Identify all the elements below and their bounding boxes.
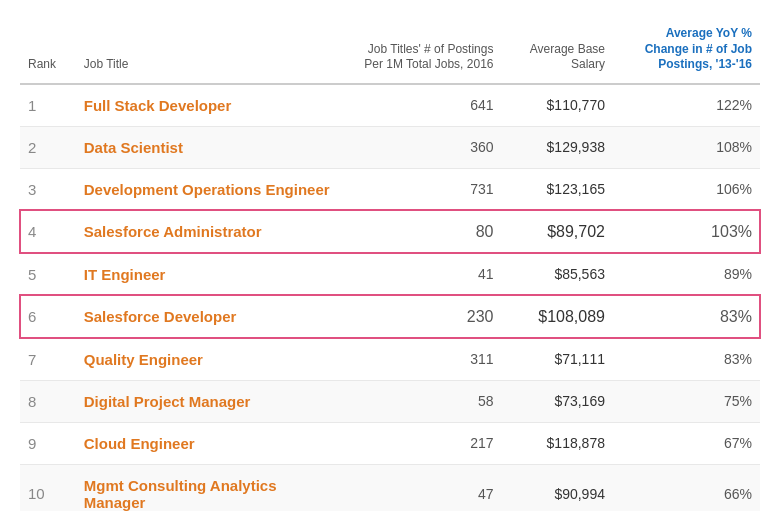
cell-job-title: Cloud Engineer [76,422,340,464]
cell-postings: 230 [339,295,501,338]
cell-rank: 9 [20,422,76,464]
cell-yoy: 83% [613,338,760,380]
cell-salary: $118,878 [501,422,613,464]
cell-job-title: IT Engineer [76,253,340,295]
cell-rank: 1 [20,84,76,127]
cell-yoy: 83% [613,295,760,338]
cell-rank: 10 [20,464,76,511]
cell-yoy: 75% [613,380,760,422]
cell-postings: 47 [339,464,501,511]
cell-job-title: Mgmt Consulting Analytics Manager [76,464,340,511]
table-row: 8Digital Project Manager58$73,16975% [20,380,760,422]
salary-table-container: Rank Job Title Job Titles' # of Postings… [20,20,760,511]
cell-postings: 41 [339,253,501,295]
table-row: 4Salesforce Administrator80$89,702103% [20,210,760,253]
header-rank: Rank [20,20,76,84]
cell-yoy: 106% [613,168,760,210]
cell-job-title: Full Stack Developer [76,84,340,127]
table-row: 3Development Operations Engineer731$123,… [20,168,760,210]
cell-yoy: 67% [613,422,760,464]
cell-yoy: 108% [613,126,760,168]
table-row: 5IT Engineer41$85,56389% [20,253,760,295]
cell-job-title: Development Operations Engineer [76,168,340,210]
salary-table: Rank Job Title Job Titles' # of Postings… [20,20,760,511]
table-row: 10Mgmt Consulting Analytics Manager47$90… [20,464,760,511]
cell-postings: 80 [339,210,501,253]
cell-postings: 360 [339,126,501,168]
cell-job-title: Digital Project Manager [76,380,340,422]
cell-yoy: 89% [613,253,760,295]
cell-salary: $123,165 [501,168,613,210]
cell-salary: $129,938 [501,126,613,168]
header-salary: Average Base Salary [501,20,613,84]
cell-rank: 7 [20,338,76,380]
cell-salary: $90,994 [501,464,613,511]
cell-rank: 3 [20,168,76,210]
table-row: 7Quality Engineer311$71,11183% [20,338,760,380]
cell-yoy: 103% [613,210,760,253]
cell-salary: $89,702 [501,210,613,253]
cell-rank: 6 [20,295,76,338]
cell-job-title: Data Scientist [76,126,340,168]
cell-postings: 731 [339,168,501,210]
table-row: 2Data Scientist360$129,938108% [20,126,760,168]
cell-yoy: 122% [613,84,760,127]
cell-salary: $71,111 [501,338,613,380]
cell-rank: 2 [20,126,76,168]
header-job-title: Job Title [76,20,340,84]
header-yoy: Average YoY % Change in # of Job Posting… [613,20,760,84]
table-row: 6Salesforce Developer230$108,08983% [20,295,760,338]
cell-salary: $85,563 [501,253,613,295]
cell-salary: $110,770 [501,84,613,127]
cell-rank: 5 [20,253,76,295]
cell-job-title: Salesforce Administrator [76,210,340,253]
cell-salary: $73,169 [501,380,613,422]
cell-postings: 641 [339,84,501,127]
cell-yoy: 66% [613,464,760,511]
cell-postings: 217 [339,422,501,464]
table-row: 9Cloud Engineer217$118,87867% [20,422,760,464]
cell-rank: 4 [20,210,76,253]
cell-postings: 311 [339,338,501,380]
cell-salary: $108,089 [501,295,613,338]
cell-postings: 58 [339,380,501,422]
cell-job-title: Salesforce Developer [76,295,340,338]
cell-rank: 8 [20,380,76,422]
cell-job-title: Quality Engineer [76,338,340,380]
table-row: 1Full Stack Developer641$110,770122% [20,84,760,127]
header-postings: Job Titles' # of Postings Per 1M Total J… [339,20,501,84]
